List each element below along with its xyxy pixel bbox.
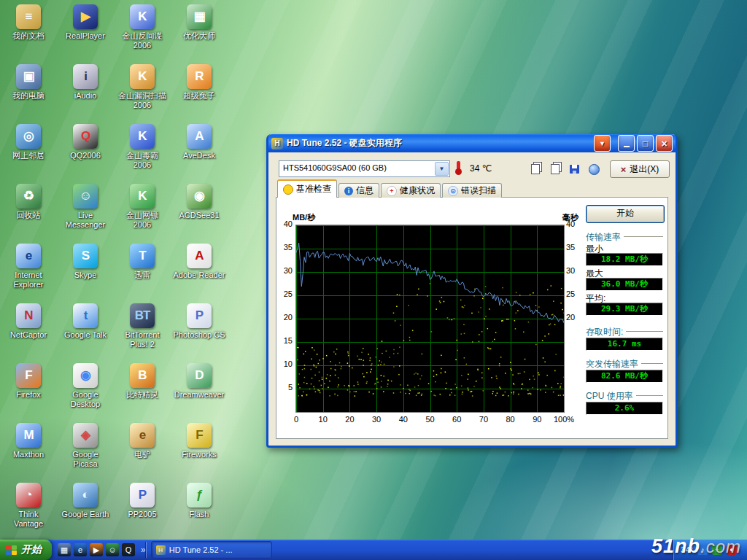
desktop-icon-realplayer[interactable]: ▶RealPlayer bbox=[58, 4, 112, 41]
start-benchmark-button[interactable]: 开始 bbox=[586, 205, 665, 223]
y-left-tick: 25 bbox=[276, 289, 293, 298]
maximize-button[interactable]: □ bbox=[637, 135, 654, 152]
save-screenshot-button[interactable] bbox=[565, 160, 584, 178]
desktop-icon-kingsoft-duba[interactable]: K金山毒霸 2006 bbox=[115, 124, 169, 170]
minimize-button[interactable] bbox=[618, 135, 635, 152]
tray-volume-icon[interactable]: ♪ bbox=[697, 545, 708, 555]
desktop-icon-my-documents[interactable]: ≡我的文档 bbox=[1, 4, 55, 41]
desktop-icon-live-messenger[interactable]: ☺Live Messenger bbox=[58, 184, 112, 230]
desktop-icon-dreamweaver[interactable]: DDreamweaver bbox=[172, 363, 226, 400]
quick-launch-internet-explorer[interactable]: e bbox=[74, 543, 87, 556]
desktop-icon-flash[interactable]: ƒFlash bbox=[172, 483, 226, 519]
desktop-icon-photoshop-cs[interactable]: PPhotoshop CS bbox=[172, 303, 226, 340]
desktop-icon-label: NetCaptor bbox=[1, 330, 55, 340]
y-left-tick: 35 bbox=[276, 243, 293, 252]
close-button[interactable]: × bbox=[656, 135, 673, 152]
desktop-icon-kingsoft-antispy[interactable]: K金山反间谍 2006 bbox=[115, 4, 169, 50]
start-button[interactable]: 开始 bbox=[0, 540, 52, 560]
taskbar-task-hd-tune[interactable]: H HD Tune 2.52 - ... bbox=[151, 541, 272, 559]
skype-icon: S bbox=[73, 244, 98, 268]
desktop-icon-network-places[interactable]: ◎网上邻居 bbox=[1, 124, 55, 160]
chevron-down-icon[interactable]: ▼ bbox=[435, 162, 449, 176]
exit-x-icon: × bbox=[621, 164, 627, 175]
desktop-icon-avedesk[interactable]: AAveDesk bbox=[172, 124, 226, 160]
tab-error-scan[interactable]: ⊙错误扫描 bbox=[442, 183, 502, 198]
pp2005-icon: P bbox=[130, 483, 155, 508]
desktop-icon-netcaptor[interactable]: NNetCaptor bbox=[1, 303, 55, 340]
desktop-icon-acdsee[interactable]: ◉ACDSee31 bbox=[172, 184, 226, 220]
quick-launch-messenger[interactable]: ☺ bbox=[106, 543, 119, 556]
quick-launch-media-player[interactable]: ▶ bbox=[90, 543, 103, 556]
desktop-icon-maxthon[interactable]: MMaxthon bbox=[1, 423, 55, 459]
desktop-icon-internet-explorer[interactable]: eInternet Explorer bbox=[1, 244, 55, 289]
cpu-usage-group-label: CPU 使用率 bbox=[586, 390, 663, 402]
desktop-icon-superrabbit[interactable]: R超级兔子 bbox=[172, 64, 226, 101]
tray-temperature: 34° bbox=[681, 545, 693, 554]
tab-bar: 基准检查i信息+健康状况⊙错误扫描 bbox=[277, 181, 503, 197]
desktop-icon-wopti[interactable]: ▦优化大师 bbox=[172, 4, 226, 41]
taskbar: 开始 ▦e▶☺Q » H HD Tune 2.52 - ... 34° ♪+● bbox=[0, 540, 747, 560]
start-label: 开始 bbox=[21, 543, 42, 556]
desktop-icon-firefox[interactable]: FFirefox bbox=[1, 363, 55, 400]
quick-launch-qq[interactable]: Q bbox=[122, 543, 135, 556]
desktop-icon-xunlei[interactable]: T迅雷 bbox=[115, 244, 169, 280]
exit-button[interactable]: × 退出(X) bbox=[610, 160, 670, 178]
desktop-icon-google-desktop[interactable]: ◉Google Desktop bbox=[58, 363, 112, 409]
x-tick: 90 bbox=[526, 415, 548, 424]
desktop-icon-label: AveDesk bbox=[172, 151, 226, 160]
google-earth-icon: ◐ bbox=[73, 483, 98, 508]
desktop-icon-recycle-bin[interactable]: ♻回收站 bbox=[1, 184, 55, 220]
desktop-icon-pp2005[interactable]: PPP2005 bbox=[115, 483, 169, 519]
desktop-icon-google-picasa[interactable]: ◈Google Picasa bbox=[58, 423, 112, 469]
y-right-tick: 35 bbox=[566, 243, 585, 252]
desktop-icon-kingsoft-vulnscan[interactable]: K金山漏洞扫描 2006 bbox=[115, 64, 169, 110]
taskbar-separator bbox=[146, 542, 147, 558]
tab-info[interactable]: i信息 bbox=[338, 183, 379, 198]
globe-icon bbox=[589, 164, 600, 175]
download-update-button[interactable]: ▼ bbox=[594, 135, 611, 152]
desktop-icon-bitspirit[interactable]: B比特精灵 bbox=[115, 363, 169, 400]
drive-select[interactable]: HTS541060G9SA00 (60 GB) ▼ bbox=[279, 160, 450, 177]
desktop-icon-label: 我的电脑 bbox=[1, 91, 55, 101]
desktop-icon-qq2006[interactable]: QQQ2006 bbox=[58, 124, 112, 160]
y-right-tick: 20 bbox=[566, 313, 585, 322]
desktop-icon-emule[interactable]: e电驴 bbox=[115, 423, 169, 459]
y-right-tick: 30 bbox=[566, 266, 585, 275]
desktop-icon-label: Google Talk bbox=[58, 330, 112, 340]
kingsoft-duba-icon: K bbox=[130, 124, 155, 149]
desktop-icon-label: Maxthon bbox=[1, 450, 55, 459]
desktop-icon-kingsoft-netguard[interactable]: K金山网镖 2006 bbox=[115, 184, 169, 230]
error-scan-tab-icon: ⊙ bbox=[448, 186, 458, 196]
copy-image-button[interactable] bbox=[545, 160, 565, 178]
desktop-icon-adobe-reader[interactable]: AAdobe Reader bbox=[172, 244, 226, 280]
quick-launch-overflow-chevron[interactable]: » bbox=[141, 545, 146, 555]
benchmark-tab-icon bbox=[283, 184, 293, 195]
web-export-button[interactable] bbox=[584, 160, 604, 178]
desktop-icon-fireworks[interactable]: FFireworks bbox=[172, 423, 226, 459]
tab-benchmark[interactable]: 基准检查 bbox=[277, 179, 337, 198]
tab-health[interactable]: +健康状况 bbox=[381, 183, 441, 198]
avg-value: 29.3 MB/秒 bbox=[586, 303, 663, 316]
desktop-icon-label: Dreamweaver bbox=[172, 390, 226, 400]
desktop-icon-think-vantage[interactable]: ◔Think Vantage bbox=[1, 483, 55, 529]
copy-text-button[interactable] bbox=[525, 160, 545, 178]
superrabbit-icon: R bbox=[187, 64, 212, 89]
desktop-icon-label: Firefox bbox=[1, 390, 55, 400]
desktop-icon-google-talk[interactable]: tGoogle Talk bbox=[58, 303, 112, 340]
qq2006-icon: Q bbox=[73, 124, 98, 149]
avedesk-icon: A bbox=[187, 124, 212, 149]
desktop-icon-label: QQ2006 bbox=[58, 151, 112, 160]
tray-antivirus-icon[interactable]: + bbox=[712, 545, 722, 555]
desktop-icon-iaudio[interactable]: iiAudio bbox=[58, 64, 112, 101]
min-value: 18.2 MB/秒 bbox=[586, 253, 663, 266]
window-titlebar[interactable]: H HD Tune 2.52 - 硬盘实用程序 ▼ □ × bbox=[268, 134, 676, 152]
health-tab-icon: + bbox=[387, 186, 397, 196]
tray-monitor-icon[interactable]: ● bbox=[727, 545, 737, 555]
quick-launch-show-desktop[interactable]: ▦ bbox=[58, 543, 71, 556]
netcaptor-icon: N bbox=[16, 303, 41, 328]
desktop-icon-skype[interactable]: SSkype bbox=[58, 244, 112, 280]
desktop-icon-bittorrent-plus[interactable]: BTBitTorrent Plus! 2 bbox=[115, 303, 169, 349]
kingsoft-antispy-icon: K bbox=[130, 4, 155, 29]
desktop-icon-my-computer[interactable]: ▣我的电脑 bbox=[1, 64, 55, 101]
desktop-icon-google-earth[interactable]: ◐Google Earth bbox=[58, 483, 112, 519]
